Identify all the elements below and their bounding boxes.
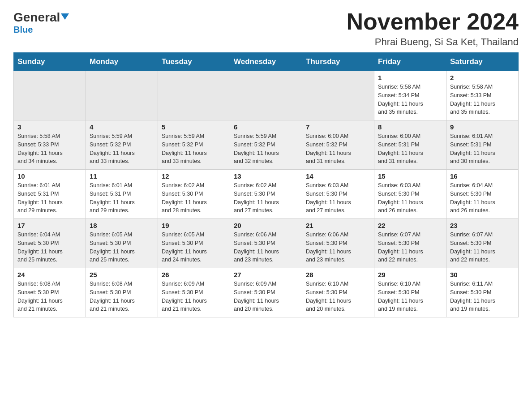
table-row: 7Sunrise: 6:00 AM Sunset: 5:32 PM Daylig… [302,120,374,170]
table-row: 17Sunrise: 6:04 AM Sunset: 5:30 PM Dayli… [14,219,86,268]
day-number: 23 [450,222,515,229]
table-row: 20Sunrise: 6:06 AM Sunset: 5:30 PM Dayli… [230,219,302,268]
day-info: Sunrise: 6:08 AM Sunset: 5:30 PM Dayligh… [90,280,154,313]
day-info: Sunrise: 6:00 AM Sunset: 5:32 PM Dayligh… [306,132,370,166]
page-header: General Blue November 2024 Phrai Bueng, … [13,9,519,48]
day-number: 16 [450,172,515,180]
col-wednesday: Wednesday [230,53,302,71]
table-row: 16Sunrise: 6:04 AM Sunset: 5:30 PM Dayli… [446,170,519,219]
day-info: Sunrise: 6:02 AM Sunset: 5:30 PM Dayligh… [234,181,298,215]
table-row: 15Sunrise: 6:03 AM Sunset: 5:30 PM Dayli… [374,170,446,219]
day-info: Sunrise: 6:06 AM Sunset: 5:30 PM Dayligh… [234,231,298,264]
day-number: 8 [378,123,442,131]
day-number: 15 [378,172,442,180]
logo-blue-text: Blue [13,25,33,35]
day-number: 21 [306,222,370,229]
day-number: 17 [17,222,82,229]
day-number: 14 [306,172,370,180]
table-row: 8Sunrise: 6:00 AM Sunset: 5:31 PM Daylig… [374,120,446,170]
table-row: 27Sunrise: 6:09 AM Sunset: 5:30 PM Dayli… [230,268,302,317]
day-info: Sunrise: 6:01 AM Sunset: 5:31 PM Dayligh… [450,132,515,166]
calendar-week-row: 3Sunrise: 5:58 AM Sunset: 5:33 PM Daylig… [14,120,519,170]
day-info: Sunrise: 6:08 AM Sunset: 5:30 PM Dayligh… [17,280,82,313]
day-number: 19 [162,222,226,229]
day-info: Sunrise: 6:02 AM Sunset: 5:30 PM Dayligh… [162,181,226,215]
col-friday: Friday [374,53,446,71]
day-number: 2 [450,74,515,81]
table-row: 30Sunrise: 6:11 AM Sunset: 5:30 PM Dayli… [446,268,519,317]
location-title: Phrai Bueng, Si Sa Ket, Thailand [347,36,519,48]
calendar-week-row: 17Sunrise: 6:04 AM Sunset: 5:30 PM Dayli… [14,219,519,268]
day-info: Sunrise: 6:05 AM Sunset: 5:30 PM Dayligh… [162,231,226,264]
day-info: Sunrise: 6:04 AM Sunset: 5:30 PM Dayligh… [450,181,515,215]
table-row: 18Sunrise: 6:05 AM Sunset: 5:30 PM Dayli… [86,219,158,268]
day-info: Sunrise: 6:03 AM Sunset: 5:30 PM Dayligh… [306,181,370,215]
table-row: 11Sunrise: 6:01 AM Sunset: 5:31 PM Dayli… [86,170,158,219]
day-number: 5 [162,123,226,131]
table-row: 6Sunrise: 5:59 AM Sunset: 5:32 PM Daylig… [230,120,302,170]
table-row: 12Sunrise: 6:02 AM Sunset: 5:30 PM Dayli… [158,170,230,219]
table-row: 22Sunrise: 6:07 AM Sunset: 5:30 PM Dayli… [374,219,446,268]
table-row [86,71,158,120]
table-row: 2Sunrise: 5:58 AM Sunset: 5:33 PM Daylig… [446,71,519,120]
table-row: 14Sunrise: 6:03 AM Sunset: 5:30 PM Dayli… [302,170,374,219]
calendar-week-row: 1Sunrise: 5:58 AM Sunset: 5:34 PM Daylig… [14,71,519,120]
day-info: Sunrise: 5:59 AM Sunset: 5:32 PM Dayligh… [234,132,298,166]
table-row: 26Sunrise: 6:09 AM Sunset: 5:30 PM Dayli… [158,268,230,317]
table-row: 13Sunrise: 6:02 AM Sunset: 5:30 PM Dayli… [230,170,302,219]
day-info: Sunrise: 6:01 AM Sunset: 5:31 PM Dayligh… [17,181,82,215]
logo-triangle-icon [61,13,69,20]
table-row: 10Sunrise: 6:01 AM Sunset: 5:31 PM Dayli… [14,170,86,219]
day-number: 13 [234,172,298,180]
day-info: Sunrise: 6:10 AM Sunset: 5:30 PM Dayligh… [378,280,442,313]
day-number: 28 [306,271,370,278]
day-number: 22 [378,222,442,229]
day-number: 26 [162,271,226,278]
day-number: 12 [162,172,226,180]
day-number: 27 [234,271,298,278]
table-row [230,71,302,120]
table-row [302,71,374,120]
day-info: Sunrise: 6:00 AM Sunset: 5:31 PM Dayligh… [378,132,442,166]
day-info: Sunrise: 6:03 AM Sunset: 5:30 PM Dayligh… [378,181,442,215]
calendar-week-row: 24Sunrise: 6:08 AM Sunset: 5:30 PM Dayli… [14,268,519,317]
day-number: 24 [17,271,82,278]
col-tuesday: Tuesday [158,53,230,71]
day-info: Sunrise: 5:58 AM Sunset: 5:33 PM Dayligh… [17,132,82,166]
table-row: 19Sunrise: 6:05 AM Sunset: 5:30 PM Dayli… [158,219,230,268]
day-number: 9 [450,123,515,131]
day-number: 4 [90,123,154,131]
day-number: 30 [450,271,515,278]
day-info: Sunrise: 6:04 AM Sunset: 5:30 PM Dayligh… [17,231,82,264]
calendar-header-row: Sunday Monday Tuesday Wednesday Thursday… [14,53,519,71]
day-info: Sunrise: 6:10 AM Sunset: 5:30 PM Dayligh… [306,280,370,313]
day-number: 1 [378,74,442,81]
calendar-table: Sunday Monday Tuesday Wednesday Thursday… [13,52,519,317]
day-number: 20 [234,222,298,229]
table-row: 21Sunrise: 6:06 AM Sunset: 5:30 PM Dayli… [302,219,374,268]
day-info: Sunrise: 6:05 AM Sunset: 5:30 PM Dayligh… [90,231,154,264]
day-info: Sunrise: 6:01 AM Sunset: 5:31 PM Dayligh… [90,181,154,215]
day-number: 3 [17,123,82,131]
table-row: 25Sunrise: 6:08 AM Sunset: 5:30 PM Dayli… [86,268,158,317]
calendar-week-row: 10Sunrise: 6:01 AM Sunset: 5:31 PM Dayli… [14,170,519,219]
logo: General Blue [13,9,69,35]
day-number: 25 [90,271,154,278]
title-section: November 2024 Phrai Bueng, Si Sa Ket, Th… [347,9,519,48]
table-row [14,71,86,120]
month-title: November 2024 [347,9,519,34]
logo-general-text: General [13,11,69,24]
day-info: Sunrise: 6:07 AM Sunset: 5:30 PM Dayligh… [378,231,442,264]
day-info: Sunrise: 6:06 AM Sunset: 5:30 PM Dayligh… [306,231,370,264]
table-row: 29Sunrise: 6:10 AM Sunset: 5:30 PM Dayli… [374,268,446,317]
col-saturday: Saturday [446,53,519,71]
day-info: Sunrise: 6:09 AM Sunset: 5:30 PM Dayligh… [234,280,298,313]
col-sunday: Sunday [14,53,86,71]
day-info: Sunrise: 6:11 AM Sunset: 5:30 PM Dayligh… [450,280,515,313]
day-info: Sunrise: 5:59 AM Sunset: 5:32 PM Dayligh… [90,132,154,166]
day-number: 7 [306,123,370,131]
table-row: 24Sunrise: 6:08 AM Sunset: 5:30 PM Dayli… [14,268,86,317]
table-row: 1Sunrise: 5:58 AM Sunset: 5:34 PM Daylig… [374,71,446,120]
table-row: 3Sunrise: 5:58 AM Sunset: 5:33 PM Daylig… [14,120,86,170]
col-thursday: Thursday [302,53,374,71]
